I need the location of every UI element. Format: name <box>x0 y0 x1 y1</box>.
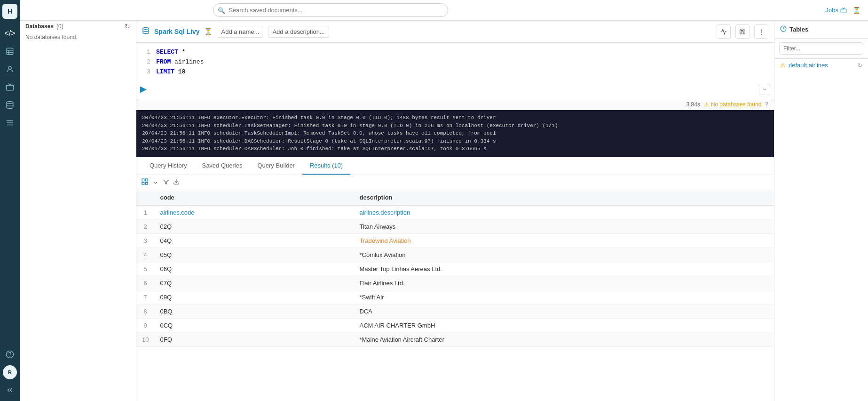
row-description: airlines.description <box>354 205 774 220</box>
svg-rect-5 <box>7 85 14 90</box>
row-code: 09Q <box>154 290 354 305</box>
table-row: 607QFlair Airlines Ltd. <box>136 276 774 290</box>
tab-query-builder[interactable]: Query Builder <box>250 157 302 175</box>
results-table: code description 1airlines.codeairlines.… <box>136 190 774 347</box>
row-code: 05Q <box>154 248 354 262</box>
log-output: 20/04/23 21:56:11 INFO executor.Executor… <box>136 110 774 157</box>
svg-rect-18 <box>145 179 148 181</box>
svg-point-6 <box>7 102 13 104</box>
right-panel: Tables ⚠ default.airlines ↻ <box>774 21 868 401</box>
more-options-button[interactable]: ⋮ <box>754 24 768 39</box>
svg-rect-17 <box>142 179 144 181</box>
right-panel-filter <box>774 39 868 59</box>
database-sidebar: ‹ Spark Sql Livy Databases (0) ↻ No data… <box>20 0 136 401</box>
log-line-5: 20/04/23 21:56:11 INFO scheduler.DAGSche… <box>142 145 768 153</box>
row-description: *Swift Air <box>354 290 774 305</box>
chart-icon-button[interactable] <box>717 24 731 39</box>
code-line-3: 3 LIMIT 10 <box>136 67 774 77</box>
results-area[interactable]: code description 1airlines.codeairlines.… <box>136 175 774 401</box>
table-header-row: code description <box>136 190 774 205</box>
nav-icon-menu[interactable] <box>3 116 17 130</box>
status-bar: 3.84s ⚠ No databases found ? <box>136 99 774 110</box>
table-row: 90CQACM AIR CHARTER GmbH <box>136 319 774 333</box>
table-row: 506QMaster Top Linhas Aereas Ltd. <box>136 262 774 276</box>
row-description: Master Top Linhas Aereas Ltd. <box>354 262 774 276</box>
left-nav: H </> R <box>0 0 20 401</box>
code-line-2: 2 FROM airlines <box>136 57 774 67</box>
warning-table-icon: ⚠ <box>780 62 786 69</box>
row-code: 07Q <box>154 276 354 290</box>
refresh-databases-icon[interactable]: ↻ <box>125 23 130 30</box>
log-line-4: 20/04/23 21:56:11 INFO scheduler.DAGSche… <box>142 137 768 145</box>
col-header-description: description <box>354 190 774 205</box>
databases-header: Databases (0) ↻ <box>25 23 130 30</box>
code-options-button[interactable] <box>759 84 770 95</box>
tables-filter-input[interactable] <box>779 42 863 55</box>
nav-icon-user-avatar[interactable]: R <box>3 365 17 379</box>
history-icon[interactable]: ⏳ <box>852 7 860 14</box>
save-icon-button[interactable] <box>735 24 750 39</box>
table-row: 304QTradewind Aviation <box>136 234 774 248</box>
row-number: 1 <box>136 205 154 220</box>
download-icon[interactable] <box>173 178 180 186</box>
databases-section: Databases (0) ↻ No databases found. <box>20 18 136 44</box>
editor-panel: Spark Sql Livy ⏳ Add a name... Add a des… <box>136 21 774 401</box>
row-code: 0BQ <box>154 305 354 319</box>
nav-icon-db[interactable] <box>3 98 17 112</box>
row-description: ACM AIR CHARTER GmbH <box>354 319 774 333</box>
top-header: 🔍 Jobs ⏳ <box>20 0 868 21</box>
row-number: 2 <box>136 220 154 234</box>
no-databases-warning: ⚠ No databases found <box>704 101 761 108</box>
filter-icon[interactable] <box>163 178 169 186</box>
help-icon[interactable]: ? <box>765 101 768 108</box>
nav-icon-documents[interactable] <box>3 44 17 58</box>
row-description: Tradewind Aviation <box>354 234 774 248</box>
grid-icon[interactable] <box>141 178 149 187</box>
nav-icon-collapse[interactable] <box>3 383 17 397</box>
right-panel-icon <box>780 25 787 33</box>
row-description: *Maine Aviation Aircraft Charter <box>354 333 774 347</box>
jobs-button[interactable]: Jobs <box>826 7 847 14</box>
svg-rect-15 <box>841 9 846 13</box>
add-name-button[interactable]: Add a name... <box>217 26 263 38</box>
row-description: Titan Airways <box>354 220 774 234</box>
table-item-label: default.airlines <box>789 62 828 69</box>
table-row: 100FQ*Maine Aviation Aircraft Charter <box>136 333 774 347</box>
table-row: 80BQDCA <box>136 305 774 319</box>
row-description: DCA <box>354 305 774 319</box>
search-input[interactable] <box>213 3 448 17</box>
nav-icon-code[interactable]: </> <box>3 26 17 40</box>
table-item-default-airlines[interactable]: ⚠ default.airlines ↻ <box>774 59 868 72</box>
execution-time: 3.84s <box>687 101 700 108</box>
code-editor[interactable]: 1 SELECT * 2 FROM airlines 3 LIMIT 10 ▶ <box>136 43 774 99</box>
table-row: 1airlines.codeairlines.description <box>136 205 774 220</box>
app-logo[interactable]: H <box>2 4 17 19</box>
log-line-2: 20/04/23 21:56:11 INFO scheduler.TaskSet… <box>142 122 768 130</box>
code-line-1: 1 SELECT * <box>136 48 774 57</box>
editor-history-icon[interactable]: ⏳ <box>204 28 212 35</box>
add-description-button[interactable]: Add a description... <box>268 26 329 38</box>
table-row: 709Q*Swift Air <box>136 290 774 305</box>
row-number: 3 <box>136 234 154 248</box>
svg-rect-20 <box>145 182 148 184</box>
editor-title: Spark Sql Livy <box>154 28 199 35</box>
results-toolbar <box>136 175 774 190</box>
no-databases-text: No databases found. <box>25 33 130 41</box>
tab-results[interactable]: Results (10) <box>302 157 350 175</box>
nav-icon-user[interactable] <box>3 62 17 76</box>
row-code: 0FQ <box>154 333 354 347</box>
tab-saved-queries[interactable]: Saved Queries <box>194 157 250 175</box>
row-number: 5 <box>136 262 154 276</box>
col-header-code: code <box>154 190 354 205</box>
svg-point-16 <box>143 27 149 29</box>
run-query-button[interactable]: ▶ <box>140 84 147 94</box>
nav-icon-packages[interactable] <box>3 80 17 94</box>
row-number: 6 <box>136 276 154 290</box>
refresh-table-icon[interactable]: ↻ <box>858 62 862 69</box>
table-options-icon[interactable] <box>152 179 159 186</box>
svg-rect-0 <box>7 48 13 55</box>
tab-query-history[interactable]: Query History <box>142 157 194 175</box>
row-code: 0CQ <box>154 319 354 333</box>
table-row: 405Q*Comlux Aviation <box>136 248 774 262</box>
nav-icon-help[interactable] <box>3 347 17 361</box>
